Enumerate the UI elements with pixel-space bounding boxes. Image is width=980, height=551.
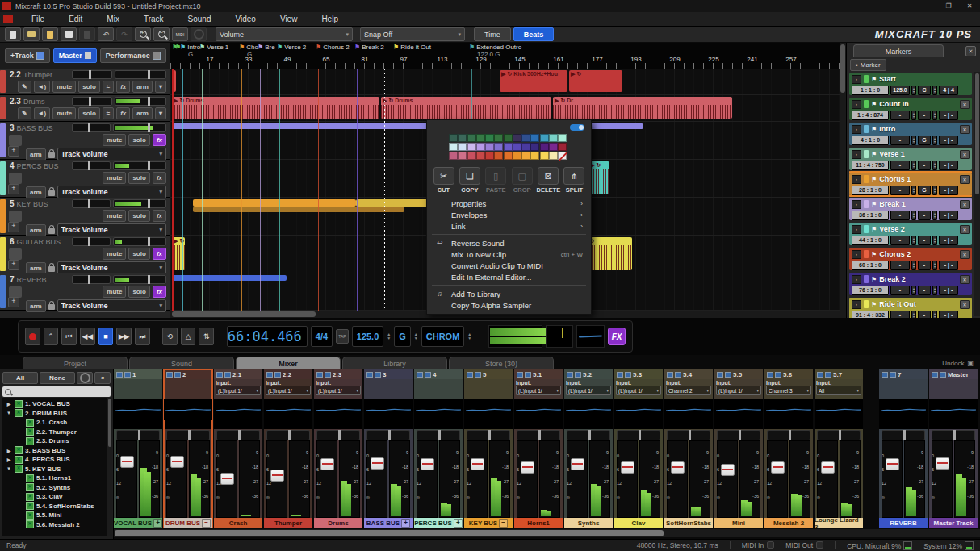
tree-item-4-percs-bus[interactable]: ▶✕4. PERCS BUS	[2, 455, 107, 465]
color-swatch[interactable]	[530, 152, 539, 160]
marker-expand-button[interactable]: ›	[852, 225, 861, 234]
color-swatch[interactable]	[467, 143, 476, 151]
solo-button[interactable]: solo	[78, 81, 99, 93]
track-volume-slider[interactable]	[113, 123, 166, 132]
tree-item-5-2-synths[interactable]: ✕5.2. Synths	[2, 483, 107, 493]
timeline-marker-flag[interactable]: ⚑Verse 2	[277, 44, 306, 51]
strip-fader[interactable]: 0612∞	[567, 440, 588, 518]
timeline-marker-flag[interactable]: ⚑Extended Outro122.0 G	[469, 44, 521, 51]
marker-expand-button[interactable]: ›	[852, 275, 861, 284]
rewind-button[interactable]: ◀◀	[80, 328, 95, 345]
track-options-button[interactable]: ▾	[155, 107, 166, 119]
strip-fader[interactable]: 0612∞	[817, 440, 838, 518]
input-dropdown[interactable]: (L)Input 1/▾	[266, 386, 311, 395]
input-dropdown[interactable]: Channel 3▾	[766, 386, 811, 395]
marker-key[interactable]: -	[918, 311, 931, 319]
marker-entry-count-in[interactable]: ›⚑Count In✕1 : 4 : 874-▴▾-▴▾- | -	[849, 98, 972, 120]
color-swatch[interactable]	[513, 152, 521, 160]
strip-expander-button[interactable]: −	[202, 519, 211, 528]
mute-button[interactable]: mute	[103, 210, 126, 222]
track-pan-slider[interactable]	[72, 123, 111, 132]
marker-tempo[interactable]: -	[890, 161, 910, 170]
fx-button[interactable]: fx	[153, 248, 166, 260]
midi-button[interactable]: MIDI	[172, 27, 188, 41]
timeline-marker-flag[interactable]: ⚑Bre	[258, 44, 275, 51]
mixer-strip-master-track[interactable]: Master0612∞-9-18-27-36Master Track	[929, 369, 978, 528]
key-spinner[interactable]: ▴▾	[932, 186, 937, 195]
strip-pan-slider[interactable]	[517, 430, 560, 440]
track-volume-slider[interactable]	[113, 275, 166, 284]
marker-color-swatch[interactable]	[864, 175, 869, 183]
strip-expander-button[interactable]: −	[499, 519, 508, 528]
strip-fader[interactable]: 0612∞	[667, 440, 688, 518]
tree-item-2-2-thumper[interactable]: ✕2.2. Thumper	[2, 428, 107, 437]
strip-pan-slider[interactable]	[817, 430, 861, 440]
fx-button[interactable]: fx	[153, 172, 166, 184]
mute-button[interactable]: mute	[103, 286, 126, 298]
color-swatch[interactable]	[458, 134, 467, 142]
snap-dropdown[interactable]: Snap Off▾	[360, 27, 465, 41]
menu-file[interactable]: File	[19, 15, 57, 23]
track-header-reverb[interactable]: 7REVERBmutesolofxarmTrack Volume▾+	[0, 273, 170, 311]
tree-checkbox[interactable]: ✕	[26, 419, 34, 427]
track-pan-slider[interactable]	[72, 237, 111, 246]
color-swatch[interactable]	[549, 143, 558, 151]
key-spinner[interactable]: ▴▾	[932, 236, 937, 245]
audio-clip[interactable]	[193, 207, 404, 212]
color-swatch[interactable]	[476, 134, 485, 142]
timeline-marker-flag[interactable]: ⚑Ride it Out	[393, 44, 431, 51]
strip-eq-display[interactable]	[214, 399, 262, 420]
markers-tab[interactable]: Markers	[853, 44, 944, 57]
zoom-out-button[interactable]: −	[153, 27, 170, 41]
strip-fader[interactable]: 0612∞	[617, 440, 638, 518]
marker-tempo[interactable]: 125.0	[890, 86, 910, 95]
strip-pan-slider[interactable]	[417, 430, 460, 440]
scrollbar-thumb[interactable]	[108, 399, 111, 447]
timeline-marker-flag[interactable]: ⚑Break 2	[354, 44, 384, 51]
marker-delete-button[interactable]: ✕	[960, 125, 970, 134]
timeline-marker-flag[interactable]: ⚑ChoG	[239, 44, 258, 51]
color-swatch[interactable]	[476, 143, 485, 151]
audio-clip[interactable]: ▶↻Kick 500Hz+Hou	[500, 70, 567, 92]
track-pan-slider[interactable]	[72, 275, 111, 284]
tempo-spinner[interactable]: ▲▼	[387, 332, 391, 340]
fader-handle[interactable]	[220, 473, 234, 485]
tempo-display[interactable]: 125.0	[352, 326, 384, 347]
key-spinner[interactable]: ▴▾	[932, 161, 937, 170]
strip-pan-slider[interactable]	[266, 430, 310, 440]
delete-button[interactable]: ⊠DELETE	[537, 167, 560, 194]
tree-item-2-3-drums[interactable]: ✕2.3. Drums	[2, 436, 107, 446]
strip-fader[interactable]: 0612∞	[216, 440, 237, 518]
tempo-spinner[interactable]: ▴▾	[911, 136, 916, 145]
draw-tool-button[interactable]: ✎	[18, 81, 31, 93]
fader-handle[interactable]	[521, 461, 534, 474]
color-swatch[interactable]	[449, 134, 458, 142]
tab-project[interactable]: Project	[23, 357, 128, 369]
fader-handle[interactable]	[421, 458, 434, 470]
marker-key[interactable]: -	[918, 211, 931, 220]
marker-tempo[interactable]: -	[890, 111, 910, 120]
track-volume-slider[interactable]	[113, 237, 166, 246]
scrollbar-thumb[interactable]	[115, 530, 664, 536]
undock-control[interactable]: Undock▣	[942, 357, 974, 369]
marker-color-swatch[interactable]	[864, 75, 869, 83]
tab-mixer[interactable]: Mixer	[236, 357, 341, 369]
strip-fader[interactable]: 0612∞	[266, 440, 287, 518]
mixer-strip-drum-bus[interactable]: 20612∞-9-18-27-36DRUM BUS−	[164, 369, 212, 528]
fader-handle[interactable]	[170, 456, 184, 468]
fader-handle[interactable]	[320, 458, 334, 470]
strip-eq-display[interactable]	[879, 399, 928, 420]
fx-button[interactable]: fx	[153, 286, 166, 298]
strip-pan-slider[interactable]	[667, 430, 710, 440]
mixer-strip-thumper[interactable]: 2.2Input:(L)Input 1/▾0612∞-9-18-27-36Thu…	[264, 369, 312, 528]
marker-signature[interactable]: 4 | 4	[939, 86, 958, 95]
tab-sound[interactable]: Sound	[129, 357, 234, 369]
mixer-strip-synths[interactable]: 5.2Input:(L)Input 1/▾0612∞-9-18-27-36Syn…	[564, 369, 613, 528]
solo-button[interactable]: solo	[128, 134, 149, 146]
menu-mix[interactable]: Mix	[94, 15, 132, 23]
color-swatch[interactable]	[494, 134, 503, 142]
marker-signature[interactable]: - | -	[939, 236, 958, 245]
color-swatch[interactable]	[530, 134, 539, 142]
color-mode-toggle[interactable]	[570, 124, 584, 131]
zoom-in-button[interactable]: +	[135, 27, 151, 41]
